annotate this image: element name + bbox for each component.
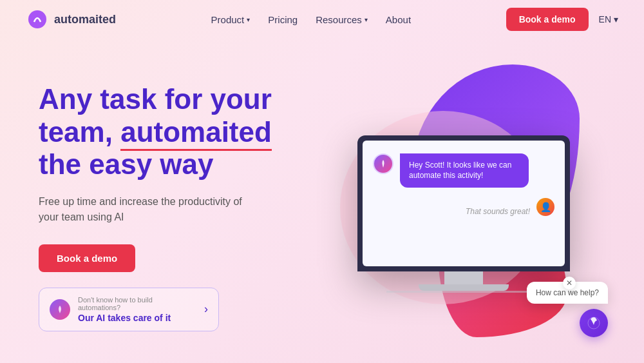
- nav-demo-button[interactable]: Book a demo: [506, 8, 589, 31]
- nav-about[interactable]: About: [386, 14, 411, 25]
- chat-widget: How can we help? ✕: [527, 282, 608, 337]
- hero-subtitle: Free up time and increase the productivi…: [39, 194, 258, 225]
- navbar: automaited Product ▾ Pricing Resources ▾…: [0, 0, 644, 39]
- logo-text: automaited: [54, 13, 116, 26]
- logo[interactable]: automaited: [26, 8, 116, 31]
- stand-line: [386, 291, 541, 293]
- bot-avatar: [373, 153, 393, 174]
- hero-title-line2: team, automaited: [39, 116, 272, 148]
- hero-underline-word: automaited: [120, 116, 272, 149]
- ai-card-small-text: Don't know how to build automations?: [78, 296, 196, 311]
- user-avatar: 👤: [536, 198, 554, 216]
- chat-close-button[interactable]: ✕: [563, 277, 576, 289]
- ai-card-big-text: Our AI takes care of it: [78, 313, 196, 323]
- nav-links: Product ▾ Pricing Resources ▾ About: [211, 14, 411, 25]
- language-selector[interactable]: EN ▾: [599, 14, 618, 25]
- hero-title: Any task for your team, automaited the e…: [39, 83, 309, 181]
- user-chat-bubble: That sounds great! 👤: [373, 198, 554, 216]
- hero-left: Any task for your team, automaited the e…: [39, 83, 309, 331]
- user-message-text: That sounds great!: [466, 207, 530, 216]
- nav-resources[interactable]: Resources ▾: [316, 14, 368, 25]
- monitor-illustration: Hey Scott! It looks like we can automate…: [357, 135, 570, 293]
- hero-right: Hey Scott! It looks like we can automate…: [309, 52, 618, 363]
- nav-product[interactable]: Product ▾: [211, 14, 251, 25]
- ai-card-arrow-icon: ›: [204, 302, 208, 316]
- stand-base: [419, 284, 509, 291]
- logo-icon: [26, 8, 49, 31]
- nav-pricing[interactable]: Pricing: [268, 14, 298, 25]
- hero-demo-button[interactable]: Book a demo: [39, 244, 135, 272]
- monitor-screen: Hey Scott! It looks like we can automate…: [363, 141, 565, 266]
- chat-widget-text: How can we help?: [536, 288, 599, 297]
- ai-card-icon: [50, 299, 70, 320]
- resources-chevron-icon: ▾: [365, 16, 368, 23]
- monitor-frame: Hey Scott! It looks like we can automate…: [357, 135, 570, 271]
- hero-section: Any task for your team, automaited the e…: [0, 39, 644, 363]
- ai-card-text: Don't know how to build automations? Our…: [78, 296, 196, 323]
- chat-trigger-button[interactable]: [580, 309, 608, 337]
- lang-chevron-icon: ▾: [614, 14, 618, 25]
- close-icon: ✕: [566, 279, 573, 288]
- bot-message-bubble: Hey Scott! It looks like we can automate…: [400, 153, 529, 188]
- product-chevron-icon: ▾: [247, 16, 250, 23]
- nav-right: Book a demo EN ▾: [506, 8, 618, 31]
- bot-message-text: Hey Scott! It looks like we can automate…: [409, 161, 511, 181]
- stand-neck: [444, 271, 483, 284]
- bot-chat-bubble: Hey Scott! It looks like we can automate…: [373, 153, 554, 188]
- ai-card[interactable]: Don't know how to build automations? Our…: [39, 288, 219, 331]
- svg-point-0: [28, 10, 46, 28]
